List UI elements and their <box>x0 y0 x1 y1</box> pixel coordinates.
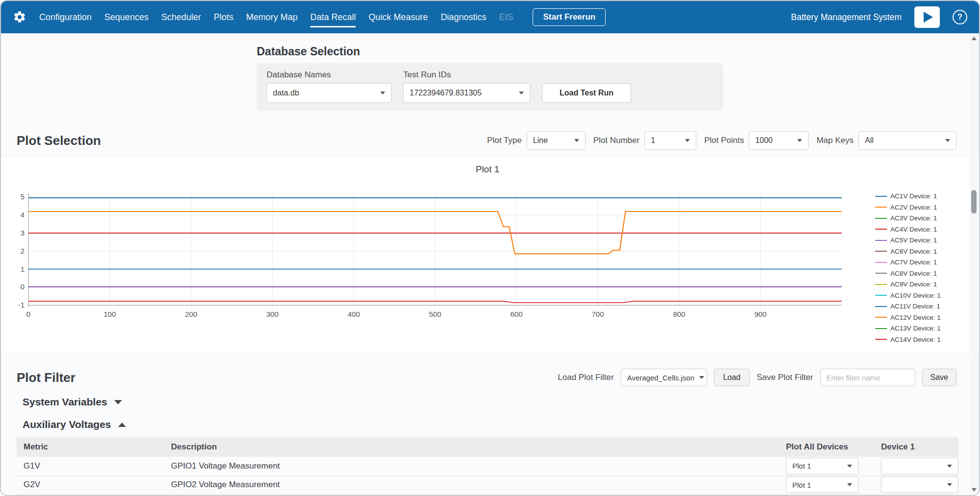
chevron-down-icon <box>847 483 852 486</box>
legend-item[interactable]: AC1V Device: 1 <box>875 192 967 200</box>
svg-text:800: 800 <box>673 310 685 318</box>
filter-name-input[interactable] <box>820 369 915 386</box>
header-description: Description <box>164 437 779 457</box>
nav-item-memory-map[interactable]: Memory Map <box>246 9 297 25</box>
brand-title: Battery Management System <box>791 12 902 23</box>
triangle-up-icon <box>118 423 126 427</box>
save-filter-button[interactable]: Save <box>922 369 956 386</box>
legend-item[interactable]: AC12V Device: 1 <box>875 314 967 321</box>
chart-svg[interactable]: 0100200300400500600700800900-1012345 <box>8 189 860 321</box>
vertical-scrollbar[interactable] <box>970 34 978 494</box>
load-test-run-button[interactable]: Load Test Run <box>542 83 631 103</box>
device-1-select[interactable] <box>881 458 958 474</box>
legend-item[interactable]: AC7V Device: 1 <box>875 259 967 266</box>
nav-item-sequences[interactable]: Sequences <box>104 9 148 25</box>
device-1-select[interactable] <box>881 476 958 493</box>
plot-title: Plot 1 <box>8 164 967 175</box>
legend-swatch-icon <box>875 317 887 318</box>
legend-item[interactable]: AC10V Device: 1 <box>875 292 967 299</box>
legend-label: AC2V Device: 1 <box>890 204 937 211</box>
legend-label: AC10V Device: 1 <box>890 292 941 299</box>
svg-text:500: 500 <box>429 310 441 318</box>
legend-item[interactable]: AC5V Device: 1 <box>875 236 967 244</box>
chevron-down-icon <box>519 92 524 94</box>
legend-item[interactable]: AC3V Device: 1 <box>875 214 967 222</box>
svg-text:0: 0 <box>26 310 30 318</box>
svg-text:-1: -1 <box>18 301 24 309</box>
test-run-ids-label: Test Run IDs <box>403 70 530 80</box>
legend-label: AC7V Device: 1 <box>890 259 937 266</box>
legend-swatch-icon <box>875 284 887 285</box>
legend-label: AC6V Device: 1 <box>890 248 937 255</box>
legend-label: AC14V Device: 1 <box>890 336 941 343</box>
plot-type-value: Line <box>533 136 548 145</box>
svg-text:900: 900 <box>754 310 766 318</box>
nav-item-plots[interactable]: Plots <box>214 9 233 25</box>
chevron-down-icon <box>947 483 952 486</box>
description-cell: GPIO3 Voltage Measurement <box>164 494 779 495</box>
map-keys-select[interactable]: All <box>858 131 956 150</box>
start-freerun-button[interactable]: Start Freerun <box>533 8 606 26</box>
svg-text:4: 4 <box>21 211 24 219</box>
section-auxiliary-voltages[interactable]: Auxiliary Voltages <box>23 419 956 430</box>
section-system-variables[interactable]: System Variables <box>23 396 956 408</box>
svg-text:200: 200 <box>185 310 197 318</box>
plot-number-select[interactable]: 1 <box>644 131 696 150</box>
plot-card: Plot 1 0100200300400500600700800900-1012… <box>1 156 979 354</box>
navbar: Configuration Sequences Scheduler Plots … <box>1 1 979 33</box>
play-icon <box>924 12 933 23</box>
svg-text:2: 2 <box>21 247 24 255</box>
legend-swatch-icon <box>875 196 887 197</box>
nav-item-configuration[interactable]: Configuration <box>39 9 92 25</box>
svg-text:600: 600 <box>510 310 522 318</box>
nav-item-quick-measure[interactable]: Quick Measure <box>368 9 428 25</box>
plot-filter-file-select[interactable]: Averaged_Cells.json <box>621 369 707 386</box>
legend-label: AC12V Device: 1 <box>890 314 941 321</box>
help-icon[interactable]: ? <box>953 10 967 24</box>
nav-item-scheduler[interactable]: Scheduler <box>161 9 201 25</box>
load-filter-button[interactable]: Load <box>714 369 750 386</box>
legend-item[interactable]: AC11V Device: 1 <box>875 303 967 310</box>
plot-all-devices-select[interactable]: Plot 1 <box>786 458 858 474</box>
database-selection-panel: Database Names data.db Test Run IDs 1722… <box>257 63 723 111</box>
database-names-select[interactable]: data.db <box>267 83 392 103</box>
legend-swatch-icon <box>875 262 887 263</box>
legend-swatch-icon <box>875 306 887 307</box>
legend-item[interactable]: AC14V Device: 1 <box>875 336 967 343</box>
chart-area[interactable]: 0100200300400500600700800900-1012345 <box>8 189 875 347</box>
test-run-ids-select[interactable]: 1722394679.831305 <box>403 83 530 103</box>
nav-item-diagnostics[interactable]: Diagnostics <box>441 9 486 25</box>
legend-item[interactable]: AC9V Device: 1 <box>875 281 967 288</box>
legend-item[interactable]: AC6V Device: 1 <box>875 248 967 255</box>
plot-points-select[interactable]: 1000 <box>749 131 808 150</box>
svg-text:3: 3 <box>21 229 24 237</box>
chart-legend: AC1V Device: 1AC2V Device: 1AC3V Device:… <box>875 189 967 347</box>
svg-text:700: 700 <box>591 310 604 318</box>
legend-item[interactable]: AC4V Device: 1 <box>875 226 967 233</box>
database-names-value: data.db <box>273 89 299 97</box>
svg-text:300: 300 <box>266 310 278 318</box>
legend-swatch-icon <box>875 295 887 296</box>
plot-points-label: Plot Points <box>704 136 744 145</box>
legend-label: AC13V Device: 1 <box>890 325 941 332</box>
scrollbar-thumb[interactable] <box>971 190 977 213</box>
gear-icon[interactable] <box>13 10 26 24</box>
svg-text:100: 100 <box>103 310 116 318</box>
legend-item[interactable]: AC8V Device: 1 <box>875 270 967 277</box>
legend-label: AC8V Device: 1 <box>890 270 937 277</box>
nav-item-eis[interactable]: EIS <box>499 9 513 25</box>
chevron-down-icon <box>947 465 952 468</box>
plot-filter-section: Plot Filter Load Plot Filter Averaged_Ce… <box>1 369 979 386</box>
scroll-down-arrow-icon[interactable] <box>970 486 978 494</box>
play-button[interactable] <box>914 6 940 28</box>
plot-number-label: Plot Number <box>593 136 639 145</box>
svg-text:400: 400 <box>347 310 360 318</box>
legend-item[interactable]: AC2V Device: 1 <box>875 204 967 211</box>
nav-item-data-recall[interactable]: Data Recall <box>310 9 356 25</box>
plot-type-select[interactable]: Line <box>527 131 586 150</box>
legend-item[interactable]: AC13V Device: 1 <box>875 325 967 332</box>
scroll-up-arrow-icon[interactable] <box>970 34 978 42</box>
legend-swatch-icon <box>875 339 887 340</box>
metrics-table: Metric Description Plot All Devices Devi… <box>17 437 958 495</box>
plot-all-devices-select[interactable]: Plot 1 <box>786 476 858 493</box>
